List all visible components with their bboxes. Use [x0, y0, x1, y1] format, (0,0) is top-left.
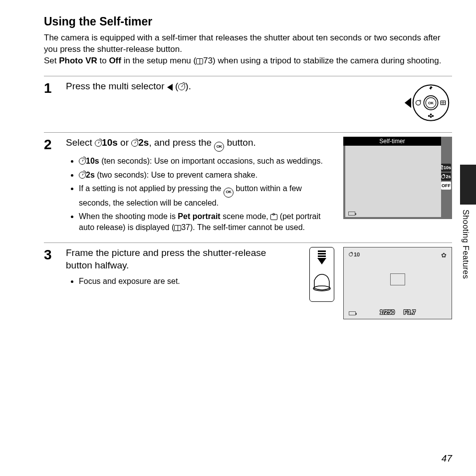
manual-ref-icon [174, 225, 181, 231]
self-timer-icon [95, 140, 102, 147]
step-number: 2 [44, 138, 58, 236]
battery-icon [348, 212, 355, 216]
svg-point-12 [430, 113, 432, 115]
list-item: 10s (ten seconds): Use on important occa… [79, 156, 327, 167]
aperture: F3.7 [404, 309, 416, 316]
ok-button-icon: OK [224, 188, 234, 198]
battery-icon [349, 311, 356, 315]
self-timer-icon [79, 172, 86, 179]
svg-point-5 [416, 100, 420, 105]
step-3-head: Frame the picture and press the shutter-… [66, 247, 293, 271]
svg-point-11 [432, 115, 434, 117]
self-timer-icon [131, 140, 138, 147]
list-item: If a setting is not applied by pressing … [79, 183, 327, 208]
mode-indicator: ✿ [441, 251, 447, 259]
svg-point-9 [430, 116, 432, 118]
manual-ref-icon [196, 58, 203, 64]
step-2-bullets: 10s (ten seconds): Use on important occa… [66, 156, 327, 233]
list-item: 2s (two seconds): Use to prevent camera … [79, 170, 327, 181]
lcd-self-timer-menu: Self-timer 10s 2s OFF [343, 137, 452, 219]
step-2: 2 Select 10s or 2s, and press the OK but… [44, 132, 452, 243]
focus-area [390, 273, 405, 285]
page-title: Using the Self-timer [44, 15, 452, 28]
down-arrow-icon [317, 258, 326, 264]
lcd-options: 10s 2s OFF [441, 164, 451, 190]
chapter-tab [460, 165, 476, 205]
lcd-header: Self-timer [343, 137, 441, 146]
intro-line1: The camera is equipped with a self-timer… [44, 33, 441, 54]
self-timer-icon [349, 252, 353, 256]
option-10s: 10s [441, 164, 451, 172]
timer-indicator: 10 [349, 251, 360, 257]
shutter-press-illustration [309, 247, 334, 302]
step-2-head: Select 10s or 2s, and press the OK butto… [66, 137, 327, 152]
step-3-bullets: Focus and exposure are set. [66, 276, 293, 287]
multi-selector-illustration: OK [402, 80, 452, 125]
option-2s: 2s [441, 173, 451, 181]
bold-off: Off [109, 56, 121, 65]
step-number: 3 [44, 248, 58, 319]
self-timer-icon [79, 158, 86, 165]
pet-portrait-icon [270, 214, 277, 220]
left-arrow-icon [167, 84, 173, 91]
self-timer-icon [441, 175, 445, 179]
bold-photovr: Photo VR [59, 56, 97, 65]
step-1-head: Press the multi selector (). [66, 80, 386, 93]
svg-marker-0 [405, 97, 411, 108]
chapter-label: Shooting Features [461, 210, 470, 279]
exposure-readout: 1/250 F3.7 [380, 309, 416, 316]
svg-text:OK: OK [428, 101, 434, 105]
intro-paragraph: The camera is equipped with a self-timer… [44, 32, 452, 67]
lcd-canvas [345, 146, 441, 217]
lcd-live-view: 10 ✿ 1/250 F3.7 [343, 247, 452, 319]
self-timer-icon [441, 166, 443, 170]
step-number: 1 [44, 81, 58, 125]
list-item: Focus and exposure are set. [79, 276, 293, 287]
svg-point-10 [428, 115, 430, 117]
self-timer-icon [178, 83, 185, 90]
ok-button-icon: OK [214, 142, 224, 152]
step-1: 1 Press the multi selector (). OK [44, 76, 452, 132]
page-number: 47 [442, 453, 452, 464]
list-item: When the shooting mode is Pet portrait s… [79, 211, 327, 233]
shutter-speed: 1/250 [380, 309, 395, 316]
option-off: OFF [441, 182, 451, 190]
step-3: 3 Frame the picture and press the shutte… [44, 242, 452, 326]
